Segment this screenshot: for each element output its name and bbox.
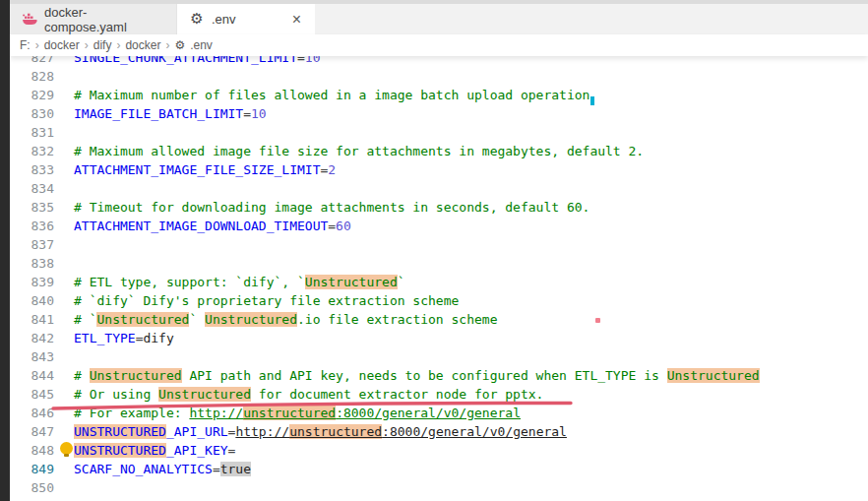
- tab-label: docker-compose.yaml: [44, 5, 164, 34]
- code-editor[interactable]: 827SINGLE_CHUNK_ATTACHMENT_LIMIT=1082882…: [10, 56, 868, 501]
- line-number: 844: [10, 366, 54, 385]
- line-number: 840: [10, 291, 54, 310]
- docker-whale-icon: [22, 12, 37, 28]
- code-line[interactable]: 839# ETL type, support: `dify`, `Unstruc…: [10, 273, 868, 291]
- line-number: 828: [10, 67, 54, 86]
- breadcrumb-item-file[interactable]: .env: [190, 38, 213, 52]
- line-number: 845: [10, 385, 54, 404]
- chevron-right-icon: ›: [116, 38, 120, 52]
- line-number: 842: [10, 329, 54, 347]
- code-line[interactable]: 834: [10, 179, 868, 198]
- code-line[interactable]: 828: [10, 67, 868, 86]
- titlebar-strip: [0, 0, 868, 4]
- line-number: 848: [10, 441, 54, 460]
- code-line[interactable]: 844# Unstructured API path and API key, …: [10, 366, 868, 385]
- line-number: 846: [10, 404, 54, 422]
- tab-env[interactable]: ⚙ .env ×: [177, 4, 315, 34]
- line-number: 850: [10, 478, 54, 497]
- chevron-right-icon: ›: [85, 38, 89, 52]
- line-number: 837: [10, 235, 54, 254]
- close-icon[interactable]: ×: [290, 12, 303, 28]
- cursor-mark: [590, 96, 594, 105]
- editor-lines: 827SINGLE_CHUNK_ATTACHMENT_LIMIT=1082882…: [10, 56, 868, 497]
- line-number: 834: [10, 179, 54, 198]
- line-number: 833: [10, 160, 54, 179]
- gear-icon: ⚙: [189, 12, 205, 28]
- annotation-red-dot: [595, 318, 600, 323]
- code-line[interactable]: 845# Or using Unstructured for document …: [10, 385, 868, 404]
- line-number: 835: [10, 198, 54, 217]
- code-line[interactable]: 848UNSTRUCTURED_API_KEY=: [10, 441, 868, 460]
- line-number: 830: [10, 104, 54, 123]
- line-number: 839: [10, 273, 54, 291]
- line-number: 838: [10, 254, 54, 273]
- code-line[interactable]: 836ATTACHMENT_IMAGE_DOWNLOAD_TIMEOUT=60: [10, 217, 868, 235]
- code-line[interactable]: 842ETL_TYPE=dify: [10, 329, 868, 347]
- code-line[interactable]: 827SINGLE_CHUNK_ATTACHMENT_LIMIT=10: [10, 56, 868, 67]
- line-number: 831: [10, 123, 54, 142]
- code-line[interactable]: 829# Maximum number of files allowed in …: [10, 86, 868, 104]
- code-line[interactable]: 840# `dify` Dify's proprietary file extr…: [10, 291, 868, 310]
- editor-tab-bar: docker-compose.yaml ⚙ .env ×: [10, 4, 868, 34]
- code-line[interactable]: 832# Maximum allowed image file size for…: [10, 142, 868, 160]
- lightbulb-icon[interactable]: [60, 442, 74, 457]
- breadcrumb: F: › docker › dify › docker › ⚙ .env: [10, 34, 868, 56]
- tab-docker-compose[interactable]: docker-compose.yaml: [10, 4, 177, 34]
- code-line[interactable]: 849SCARF_NO_ANALYTICS=true: [10, 460, 868, 478]
- code-line[interactable]: 835# Timeout for downloading image attac…: [10, 198, 868, 217]
- line-number: 841: [10, 310, 54, 329]
- code-line[interactable]: 837: [10, 235, 868, 254]
- breadcrumb-item-docker[interactable]: docker: [44, 38, 80, 52]
- code-line[interactable]: 833ATTACHMENT_IMAGE_FILE_SIZE_LIMIT=2: [10, 160, 868, 179]
- line-number: 847: [10, 422, 54, 441]
- code-line[interactable]: 838: [10, 254, 868, 273]
- line-number: 843: [10, 347, 54, 366]
- code-line[interactable]: 831: [10, 123, 868, 142]
- activity-bar-edge: [0, 0, 10, 501]
- chevron-right-icon: ›: [165, 38, 169, 52]
- breadcrumb-item-dify[interactable]: dify: [93, 38, 112, 52]
- code-line[interactable]: 830IMAGE_FILE_BATCH_LIMIT=10: [10, 104, 868, 123]
- breadcrumb-item-docker2[interactable]: docker: [125, 38, 160, 52]
- tab-label: .env: [212, 12, 236, 27]
- line-number: 849: [10, 460, 54, 478]
- code-line[interactable]: 850: [10, 478, 868, 497]
- code-line[interactable]: 846# For example: http://unstructured:80…: [10, 404, 868, 422]
- code-line[interactable]: 841# `Unstructured` Unstructured.io file…: [10, 310, 868, 329]
- breadcrumb-item-drive[interactable]: F:: [20, 38, 31, 52]
- line-number: 829: [10, 86, 54, 104]
- line-number: 832: [10, 142, 54, 160]
- line-number: 827: [10, 56, 54, 67]
- vscode-window: docker-compose.yaml ⚙ .env × F: › docker…: [0, 0, 868, 501]
- line-number: 836: [10, 217, 54, 235]
- chevron-right-icon: ›: [35, 38, 39, 52]
- code-line[interactable]: 843: [10, 347, 868, 366]
- code-line[interactable]: 847UNSTRUCTURED_API_URL=http://unstructu…: [10, 422, 868, 441]
- gear-icon: ⚙: [174, 38, 185, 52]
